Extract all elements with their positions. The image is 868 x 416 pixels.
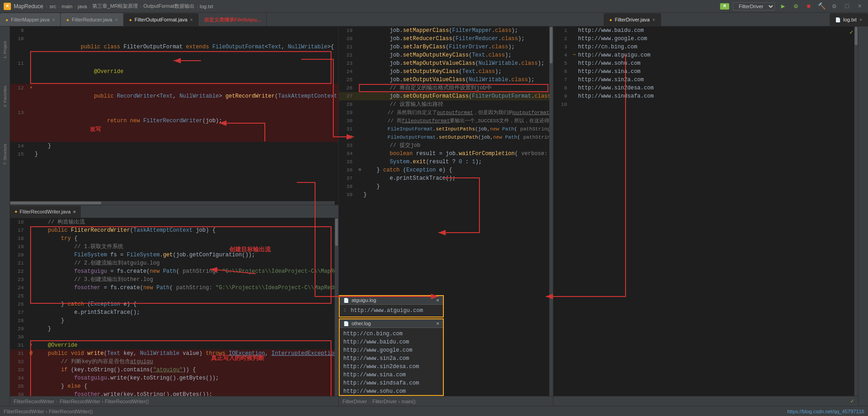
scroll-track-left[interactable] <box>335 218 338 396</box>
bc-output: OutputFormat数据输出 <box>143 3 195 10</box>
rw-line-27: 27 e.printStackTrace(); <box>10 308 338 317</box>
sidebar-project[interactable]: 1: Project <box>2 37 8 62</box>
tab-filter-driver[interactable]: ● FilterDriver.java × <box>604 13 661 26</box>
fd-line-39: 39 } <box>339 191 553 199</box>
other-log-line-1: http://cn.bing.com <box>343 330 439 338</box>
close-mapper-tab[interactable]: × <box>52 17 55 22</box>
status-url[interactable]: https://blog.csdn.net/qq_45797116 <box>787 409 864 414</box>
scroll-track-middle[interactable] <box>549 26 553 396</box>
other-log-window: 📄 other.log × http://cn.bing.com http://… <box>339 318 444 396</box>
rw-line-30: 30 <box>10 333 338 341</box>
fd-line-36: 36 ⊖ } catch (Exception e) { <box>339 166 553 174</box>
close-window-button[interactable]: × <box>855 2 864 11</box>
fd-line-26: 26 // 将自定义的输出格式组件设置到job中 <box>339 84 553 92</box>
filter-driver-code: 19 job.setMapperClass(FilterMapper.class… <box>339 26 553 199</box>
middle-panel-footer: FilterDriver › FilterDriver › main() <box>339 396 553 406</box>
tab-icon-output: ● <box>129 17 132 22</box>
log-line-1: 1 http://www.baidu.com <box>553 26 858 35</box>
atguigu-log-close[interactable]: × <box>437 297 439 303</box>
log-line-3: 3 http://cn.bing.com <box>553 43 858 51</box>
log-line-9: 9 http://www.sindsafa.com <box>553 92 858 100</box>
close-driver-tab[interactable]: × <box>652 17 655 22</box>
close-record-writer-tab[interactable]: × <box>73 209 76 214</box>
tab-icon-mapper: ● <box>5 17 8 22</box>
tab-label-reducer: FilterReducer.java <box>72 17 112 22</box>
fd-line-38: 38 } <box>339 182 553 191</box>
fd-line-21: 21 job.setJarByClass(FilterDriver.class)… <box>339 43 553 51</box>
log-line-6: 6 http://www.sina.com <box>553 68 858 76</box>
sidebar-favorites[interactable]: 2: Favorites <box>2 82 8 111</box>
close-output-tab[interactable]: × <box>190 17 193 22</box>
tab-filter-reducer[interactable]: ● FilterReducer.java × <box>61 13 124 26</box>
rw-line-26: 26 } catch (Exception e) { <box>10 300 338 308</box>
horiz-scroll-output[interactable] <box>10 201 335 205</box>
other-log-line-5: http://www.sin2desa.com <box>343 363 439 371</box>
fd-line-22: 22 job.setMapOutputKeyClass(Text.class); <box>339 51 553 59</box>
atguigu-log-window: 📄 atguigu.log × 1 http://www.atguigu.com <box>339 295 444 317</box>
fd-line-35: 35 System.exit(result ? 0 : 1); <box>339 158 553 166</box>
rw-line-31: 31 ⚡ @Override <box>10 341 338 349</box>
rw-line-35: 35 } else { <box>10 382 338 390</box>
record-writer-tab-label: FliterRecordWriter.java <box>20 209 71 214</box>
bc-log: log.txt <box>200 4 213 9</box>
scroll-thumb-right[interactable] <box>855 27 857 45</box>
run-config-dropdown[interactable]: FilterDriver <box>733 2 775 10</box>
scroll-track-right[interactable] <box>854 26 858 396</box>
toolbar-right: M FilterDriver ▶ ⚙ ■ 🔨 ⚙ □ × <box>720 2 864 11</box>
rw-line-22: 22 fosatguigu = fs.create(new Path( path… <box>10 267 338 276</box>
fd-line-32: 32 FileOutputFormat.setOutputPath(job,ne… <box>339 133 553 141</box>
bc-chapter: 第三章_MR框架原理 <box>92 3 138 10</box>
tab-filter-record-writer[interactable]: ● FliterRecordWriter.java × <box>10 206 81 218</box>
other-log-line-4: http://www.sin2a.com <box>343 354 439 363</box>
fd-footer-class: FilterDriver <box>342 399 367 404</box>
annotation-create-stream: 创建目标输出流 <box>229 245 271 254</box>
right-panel-footer: ✓ <box>553 396 858 406</box>
build-button[interactable]: 🔨 <box>817 2 826 11</box>
other-log-close[interactable]: × <box>437 321 439 326</box>
other-log-line-3: http://www.google.com <box>343 346 439 354</box>
stop-button[interactable]: ■ <box>804 2 813 11</box>
bc-java: java <box>78 4 87 9</box>
tab-icon-log: 📄 <box>835 17 841 22</box>
rw-line-23: 23 // 3.创建流输出到other.log <box>10 276 338 284</box>
atguigu-log-title: atguigu.log <box>352 297 376 303</box>
tab-log-txt[interactable]: 📄 log.txt × <box>830 13 868 26</box>
close-reducer-tab[interactable]: × <box>115 17 118 22</box>
settings-button[interactable]: ⚙ <box>830 2 839 11</box>
scroll-thumb-middle[interactable] <box>550 27 552 63</box>
other-log-header: 📄 other.log × <box>340 319 443 328</box>
rw-line-18: 18 try { <box>10 234 338 243</box>
debug-button[interactable]: ⚙ <box>791 2 800 11</box>
tab-label-mapper: FilterMapper.java <box>11 17 49 22</box>
fd-line-29: 29 // 虽然我们自定义了outputformat，但是因为我们的output… <box>339 109 553 117</box>
left-sidebar: 1: Project 2: Favorites 7: Structure <box>0 26 10 406</box>
tab-filter-output-format[interactable]: ● FilterOutputFormat.java × <box>124 13 199 26</box>
code-line-14: 14 } <box>10 142 338 150</box>
atguigu-log-content: 1 http://www.atguigu.com <box>340 305 443 317</box>
right-success-check: ✓ <box>850 398 854 404</box>
middle-panel: 19 job.setMapperClass(FilterMapper.class… <box>339 26 553 406</box>
left-panel: 9 10 public class FilterOutputFormat ext… <box>10 26 339 406</box>
fd-footer-method: FilterDriver › main() <box>372 399 416 404</box>
maximize-button[interactable]: □ <box>842 2 852 11</box>
code-line-12: 12 ⚡ public RecordWriter<Text, NullWrita… <box>10 84 338 109</box>
atguigu-log-icon: 📄 <box>343 298 349 303</box>
close-log-tab[interactable]: × <box>859 17 862 22</box>
tab-annotation[interactable]: 自定义类继承File0utpu... <box>199 13 267 26</box>
rw-line-24: 24 fosother = fs.create(new Path( pathSt… <box>10 284 338 292</box>
scroll-thumb-left[interactable] <box>335 218 338 246</box>
run-button[interactable]: ▶ <box>779 2 788 11</box>
code-line-13: 13 return new FilterRecordWriter(job); 改… <box>10 109 338 142</box>
left-panel-footer: FliterRecordWriter › FliterRecordWriter … <box>10 396 338 406</box>
other-log-icon: 📄 <box>343 321 349 326</box>
sidebar-structure[interactable]: 7: Structure <box>2 140 8 169</box>
tab-label-driver: FilterDriver.java <box>615 17 649 22</box>
fd-line-37: 37 e.printStackTrace(); <box>339 174 553 182</box>
horiz-thumb-output[interactable] <box>10 202 101 204</box>
log-line-8: 8 http://www.sin2desa.com <box>553 84 858 92</box>
record-writer-tab-icon: ● <box>15 209 17 214</box>
log-txt-code: 1 http://www.baidu.com 2 http://www.goog… <box>553 26 858 109</box>
fd-line-25: 25 job.setOutputValueClass(NullWritable.… <box>339 76 553 84</box>
tab-filter-mapper[interactable]: ● FilterMapper.java × <box>0 13 61 26</box>
right-panel: 1 http://www.baidu.com 2 http://www.goog… <box>553 26 858 406</box>
